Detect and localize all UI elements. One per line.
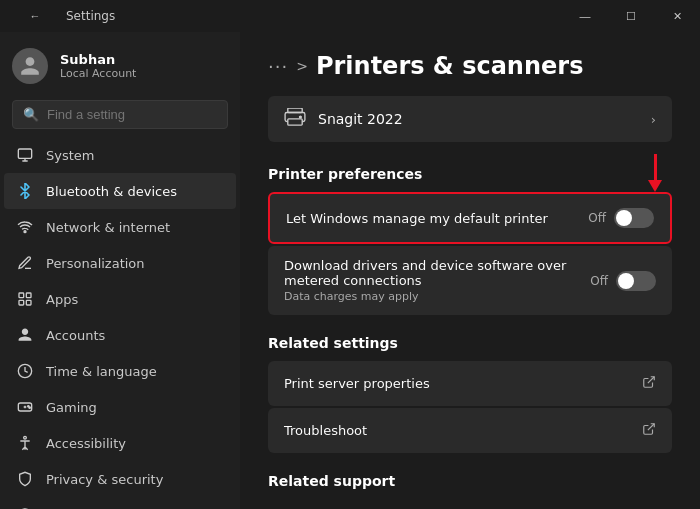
download-sublabel: Data charges may apply	[284, 290, 419, 303]
personalization-icon	[16, 254, 34, 272]
sidebar-item-accounts[interactable]: Accounts	[4, 317, 236, 353]
search-icon: 🔍	[23, 107, 39, 122]
related-support-title: Related support	[240, 465, 700, 497]
maximize-button[interactable]: ☐	[608, 0, 654, 32]
svg-point-1	[24, 231, 26, 233]
download-state: Off	[590, 274, 608, 288]
let-windows-setting[interactable]: Let Windows manage my default printer Of…	[268, 192, 672, 244]
bluetooth-icon	[16, 182, 34, 200]
print-server-label: Print server properties	[284, 376, 430, 391]
search-box[interactable]: 🔍	[12, 100, 228, 129]
close-button[interactable]: ✕	[654, 0, 700, 32]
related-settings-title: Related settings	[240, 327, 700, 359]
svg-rect-4	[19, 300, 24, 305]
sidebar-nav: System Bluetooth & devices Network & int…	[0, 137, 240, 509]
let-windows-toggle[interactable]	[614, 208, 654, 228]
sidebar-item-accessibility-label: Accessibility	[46, 436, 126, 451]
sidebar-item-time[interactable]: Time & language	[4, 353, 236, 389]
sidebar-item-accessibility[interactable]: Accessibility	[4, 425, 236, 461]
sidebar-item-gaming[interactable]: Gaming	[4, 389, 236, 425]
user-name: Subhan	[60, 52, 136, 67]
sidebar-item-network[interactable]: Network & internet	[4, 209, 236, 245]
sidebar-item-bluetooth[interactable]: Bluetooth & devices	[4, 173, 236, 209]
printer-left: Snagit 2022	[284, 108, 403, 130]
svg-rect-5	[26, 300, 31, 305]
sidebar-item-apps-label: Apps	[46, 292, 78, 307]
svg-line-17	[648, 377, 654, 383]
user-account-type: Local Account	[60, 67, 136, 80]
sidebar-item-update[interactable]: Windows Update	[4, 497, 236, 509]
svg-point-12	[24, 436, 27, 439]
sidebar-item-system[interactable]: System	[4, 137, 236, 173]
titlebar: ← Settings — ☐ ✕	[0, 0, 700, 32]
svg-rect-0	[18, 149, 31, 158]
let-windows-toggle-control: Off	[588, 208, 654, 228]
printer-icon	[284, 108, 306, 130]
accessibility-icon	[16, 434, 34, 452]
let-windows-state: Off	[588, 211, 606, 225]
page-title: Printers & scanners	[316, 52, 584, 80]
svg-point-16	[300, 116, 302, 118]
svg-rect-2	[19, 293, 24, 298]
minimize-button[interactable]: —	[562, 0, 608, 32]
arrow-shaft	[654, 154, 657, 180]
user-profile[interactable]: Subhan Local Account	[0, 32, 240, 100]
sidebar-item-personalization[interactable]: Personalization	[4, 245, 236, 281]
print-server-ext-link-icon	[642, 375, 656, 392]
privacy-icon	[16, 470, 34, 488]
download-setting[interactable]: Download drivers and device software ove…	[268, 246, 672, 315]
printer-chevron: ›	[651, 112, 656, 127]
print-server-item[interactable]: Print server properties	[268, 361, 672, 406]
sidebar-item-privacy-label: Privacy & security	[46, 472, 163, 487]
network-icon	[16, 218, 34, 236]
sidebar-item-bluetooth-label: Bluetooth & devices	[46, 184, 177, 199]
sidebar-item-privacy[interactable]: Privacy & security	[4, 461, 236, 497]
svg-rect-15	[288, 119, 302, 125]
sidebar-item-apps[interactable]: Apps	[4, 281, 236, 317]
printer-item[interactable]: Snagit 2022 ›	[268, 96, 672, 142]
sidebar-item-accounts-label: Accounts	[46, 328, 105, 343]
download-setting-labels: Download drivers and device software ove…	[284, 258, 590, 303]
arrow-head	[648, 180, 662, 192]
printer-name: Snagit 2022	[318, 111, 403, 127]
user-info: Subhan Local Account	[60, 52, 136, 80]
svg-rect-13	[288, 108, 302, 113]
time-icon	[16, 362, 34, 380]
titlebar-left: ← Settings	[12, 0, 115, 32]
gaming-icon	[16, 398, 34, 416]
download-label: Download drivers and device software ove…	[284, 258, 590, 288]
back-button[interactable]: ←	[12, 0, 58, 32]
content-header: ··· > Printers & scanners	[240, 32, 700, 96]
sidebar-item-personalization-label: Personalization	[46, 256, 145, 271]
breadcrumb-dots: ···	[268, 56, 288, 77]
troubleshoot-label: Troubleshoot	[284, 423, 367, 438]
download-toggle-control: Off	[590, 271, 656, 291]
svg-point-11	[29, 407, 30, 408]
red-arrow-annotation	[648, 154, 662, 192]
let-windows-label: Let Windows manage my default printer	[286, 211, 548, 226]
app-container: Subhan Local Account 🔍 System Bluetooth …	[0, 32, 700, 509]
search-input[interactable]	[47, 107, 217, 122]
breadcrumb-arrow: >	[296, 58, 308, 74]
sidebar-item-network-label: Network & internet	[46, 220, 170, 235]
sidebar-item-time-label: Time & language	[46, 364, 157, 379]
troubleshoot-ext-link-icon	[642, 422, 656, 439]
sidebar-item-gaming-label: Gaming	[46, 400, 97, 415]
apps-icon	[16, 290, 34, 308]
download-toggle[interactable]	[616, 271, 656, 291]
system-icon	[16, 146, 34, 164]
titlebar-title: Settings	[66, 9, 115, 23]
printer-preferences-title: Printer preferences	[240, 158, 700, 190]
accounts-icon	[16, 326, 34, 344]
sidebar-item-system-label: System	[46, 148, 94, 163]
main-content: ··· > Printers & scanners Snagit 2022 › …	[240, 32, 700, 509]
titlebar-controls: — ☐ ✕	[562, 0, 700, 32]
troubleshoot-item[interactable]: Troubleshoot	[268, 408, 672, 453]
let-windows-wrapper: Let Windows manage my default printer Of…	[240, 192, 700, 244]
svg-rect-3	[26, 293, 31, 298]
svg-line-18	[648, 424, 654, 430]
sidebar: Subhan Local Account 🔍 System Bluetooth …	[0, 32, 240, 509]
avatar	[12, 48, 48, 84]
